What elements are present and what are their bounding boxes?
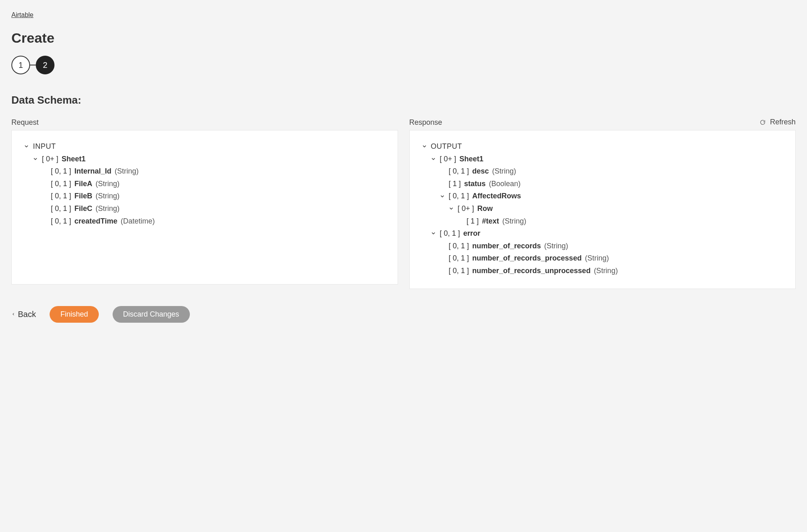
chevron-down-icon: [430, 230, 437, 237]
chevron-left-icon: [11, 310, 15, 319]
tree-node-name: AffectedRows: [472, 190, 521, 202]
tree-node-cardinality: [ 1 ]: [449, 178, 461, 190]
step-1[interactable]: 1: [11, 56, 30, 74]
response-panel: OUTPUT [ 0+ ] Sheet1 [ 0, 1 ]desc(String…: [409, 130, 796, 289]
tree-node-name: FileC: [74, 202, 92, 215]
chevron-down-icon: [23, 143, 30, 150]
tree-node-cardinality: [ 0, 1 ]: [440, 227, 460, 240]
tree-leaf[interactable]: [ 0, 1 ]FileB(String): [41, 190, 386, 202]
step-connector: [30, 65, 36, 65]
tree-node-type: (Datetime): [121, 215, 155, 228]
tree-node-input[interactable]: INPUT: [23, 140, 386, 153]
tree-node-cardinality: [ 0+ ]: [42, 153, 59, 165]
chevron-down-icon: [439, 193, 446, 200]
tree-node-name: Sheet1: [62, 153, 86, 165]
tree-node-name: Row: [477, 202, 493, 215]
tree-leaf[interactable]: [ 0, 1 ]FileA(String): [41, 178, 386, 190]
tree-node-name: #text: [482, 215, 499, 228]
tree-node-type: (String): [115, 165, 139, 178]
tree-leaf[interactable]: [ 0, 1 ]desc(String): [439, 165, 784, 178]
tree-node-name: number_of_records_unprocessed: [472, 265, 591, 277]
tree-node-error[interactable]: [ 0, 1 ] error: [430, 227, 784, 240]
tree-node-type: (String): [594, 265, 618, 277]
tree-node-cardinality: [ 0, 1 ]: [449, 190, 469, 202]
tree-leaf[interactable]: [ 0, 1 ]number_of_records_unprocessed(St…: [439, 265, 784, 277]
request-panel: INPUT [ 0+ ] Sheet1 [ 0, 1 ]Internal_Id(…: [11, 130, 398, 284]
tree-node-cardinality: [ 0, 1 ]: [51, 178, 71, 190]
tree-leaf[interactable]: [ 0, 1 ]number_of_records_processed(Stri…: [439, 252, 784, 265]
back-label: Back: [18, 310, 36, 319]
page-title: Create: [11, 30, 796, 46]
tree-node-cardinality: [ 0, 1 ]: [449, 265, 469, 277]
tree-node-name: desc: [472, 165, 489, 178]
tree-node-name: number_of_records: [472, 240, 541, 252]
tree-node-cardinality: [ 0, 1 ]: [449, 252, 469, 265]
tree-node-cardinality: [ 0, 1 ]: [51, 165, 71, 178]
tree-node-type: (String): [585, 252, 609, 265]
tree-node-label: INPUT: [33, 140, 56, 153]
tree-node-type: (String): [96, 178, 120, 190]
stepper: 1 2: [11, 56, 796, 74]
tree-node-cardinality: [ 0, 1 ]: [51, 202, 71, 215]
tree-node-cardinality: [ 0+ ]: [440, 153, 457, 165]
tree-leaf[interactable]: [ 1 ]status(Boolean): [439, 178, 784, 190]
tree-node-type: (String): [96, 190, 120, 202]
tree-node-cardinality: [ 0+ ]: [458, 202, 474, 215]
tree-node-name: FileB: [74, 190, 92, 202]
tree-node-row[interactable]: [ 0+ ] Row: [448, 202, 784, 215]
finished-button[interactable]: Finished: [50, 306, 98, 323]
tree-node-cardinality: [ 0, 1 ]: [449, 165, 469, 178]
chevron-down-icon: [430, 156, 437, 162]
back-button[interactable]: Back: [11, 310, 36, 319]
tree-node-label: OUTPUT: [431, 140, 462, 153]
tree-node-name: Internal_Id: [74, 165, 111, 178]
tree-node-name: Sheet1: [459, 153, 483, 165]
breadcrumb[interactable]: Airtable: [11, 11, 33, 18]
chevron-down-icon: [448, 205, 455, 212]
chevron-down-icon: [32, 156, 39, 162]
tree-node-sheet[interactable]: [ 0+ ] Sheet1: [32, 153, 386, 165]
tree-node-type: (String): [492, 165, 516, 178]
tree-node-type: (String): [96, 202, 120, 215]
tree-node-cardinality: [ 0, 1 ]: [449, 240, 469, 252]
tree-node-output[interactable]: OUTPUT: [421, 140, 784, 153]
discard-button[interactable]: Discard Changes: [113, 306, 190, 323]
request-label: Request: [11, 118, 398, 127]
tree-leaf[interactable]: [ 0, 1 ]createdTime(Datetime): [41, 215, 386, 228]
tree-leaf[interactable]: [ 1 ]#text(String): [457, 215, 784, 228]
section-heading: Data Schema:: [11, 94, 796, 106]
tree-node-type: (String): [544, 240, 568, 252]
tree-node-cardinality: [ 0, 1 ]: [51, 215, 71, 228]
response-label: Response: [409, 118, 796, 127]
tree-leaf[interactable]: [ 0, 1 ]Internal_Id(String): [41, 165, 386, 178]
tree-node-name: error: [463, 227, 481, 240]
tree-node-affectedrows[interactable]: [ 0, 1 ] AffectedRows: [439, 190, 784, 202]
footer: Back Finished Discard Changes: [11, 306, 796, 323]
step-2[interactable]: 2: [36, 56, 54, 74]
tree-node-cardinality: [ 1 ]: [467, 215, 479, 228]
tree-node-sheet[interactable]: [ 0+ ] Sheet1: [430, 153, 784, 165]
tree-leaf[interactable]: [ 0, 1 ]FileC(String): [41, 202, 386, 215]
tree-leaf[interactable]: [ 0, 1 ]number_of_records(String): [439, 240, 784, 252]
tree-node-name: number_of_records_processed: [472, 252, 582, 265]
tree-node-type: (String): [502, 215, 526, 228]
tree-node-name: status: [464, 178, 486, 190]
tree-node-name: createdTime: [74, 215, 117, 228]
tree-node-cardinality: [ 0, 1 ]: [51, 190, 71, 202]
tree-node-type: (Boolean): [489, 178, 521, 190]
chevron-down-icon: [421, 143, 428, 150]
tree-node-name: FileA: [74, 178, 92, 190]
